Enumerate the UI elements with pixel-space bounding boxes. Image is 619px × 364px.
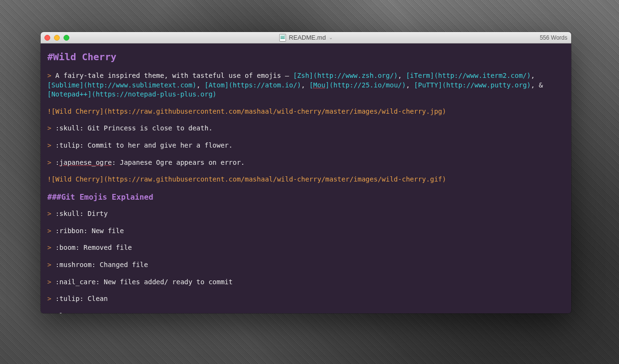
- editor-window: README.md ⌄ 556 Words #Wild Cherry > A f…: [41, 32, 571, 313]
- filename[interactable]: README.md: [289, 34, 326, 41]
- link-mou-label: Mou: [313, 81, 325, 89]
- intro-text: A fairy-tale inspired theme, with tastef…: [55, 72, 293, 79]
- link-zsh: [Zsh](http://www.zsh.org/): [293, 72, 398, 79]
- minimize-button[interactable]: [54, 35, 60, 41]
- editor-content[interactable]: #Wild Cherry > A fairy-tale inspired the…: [41, 43, 571, 313]
- titlebar[interactable]: README.md ⌄ 556 Words: [41, 32, 571, 43]
- intro-paragraph: > A fairy-tale inspired theme, with tast…: [47, 71, 565, 99]
- close-button[interactable]: [44, 35, 50, 41]
- quote-tulip: > :tulip: Commit to her and give her a f…: [47, 141, 565, 150]
- maximize-button[interactable]: [64, 35, 69, 41]
- word-count: 556 Words: [540, 34, 567, 41]
- quote-skull: > :skull: Git Princess is close to death…: [47, 124, 565, 133]
- emoji-ribbon: > :ribbon: New file: [47, 226, 565, 236]
- plus-more: > Plus many more!: [47, 311, 565, 313]
- image-link-1: ![Wild Cherry](https://raw.githubusercon…: [47, 107, 565, 117]
- document-icon: [279, 34, 286, 42]
- title-center: README.md ⌄: [279, 34, 332, 42]
- heading-3: ###Git Emojis Explained: [47, 192, 565, 203]
- quote-ogre: > :japanese_ogre: Japanese Ogre appears …: [47, 158, 565, 168]
- link-sublime: [Sublime](http://www.sublimetext.com): [47, 81, 196, 89]
- chevron-down-icon[interactable]: ⌄: [329, 35, 333, 40]
- traffic-lights: [44, 35, 69, 41]
- link-atom: [Atom](https://atom.io/): [205, 81, 301, 89]
- link-iterm: [iTerm](http://www.iterm2.com/): [406, 72, 531, 79]
- emoji-nailcare: > :nail_care: New files added/ ready to …: [47, 278, 565, 287]
- image-link-2: ![Wild Cherry](https://raw.githubusercon…: [47, 175, 565, 184]
- emoji-tulip2: > :tulip: Clean: [47, 294, 565, 304]
- heading-1: #Wild Cherry: [47, 50, 565, 64]
- link-notepad: [Notepad++](https://notepad-plus-plus.or…: [47, 90, 217, 98]
- emoji-boom: > :boom: Removed file: [47, 243, 565, 253]
- link-putty: [PuTTY](http://www.putty.org): [414, 81, 531, 89]
- blockquote-marker: >: [47, 72, 55, 79]
- emoji-mushroom: > :mushroom: Changed file: [47, 260, 565, 270]
- emoji-skull: > :skull: Dirty: [47, 209, 565, 219]
- link-mou-url: ](http://25.io/mou/): [326, 81, 406, 89]
